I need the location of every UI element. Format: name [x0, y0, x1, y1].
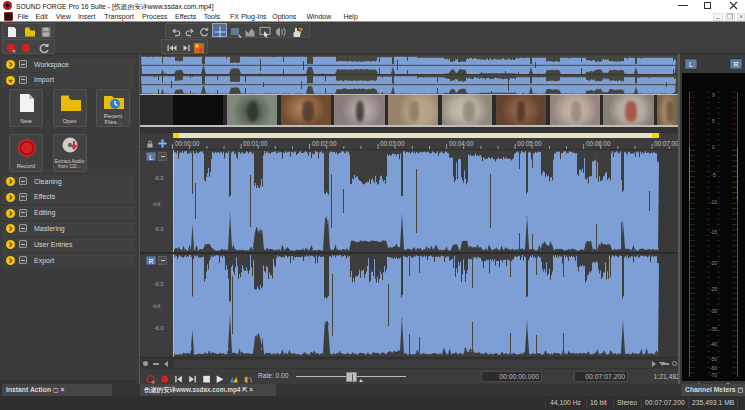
svg-text:00:07:00: 00:07:00: [654, 140, 679, 147]
svg-text:9: 9: [712, 92, 715, 98]
svg-text:-20: -20: [710, 260, 717, 266]
svg-text:-10: -10: [710, 199, 717, 205]
svg-text:?: ?: [298, 26, 303, 35]
svg-text:00:04:00: 00:04:00: [449, 140, 474, 147]
svg-text:5: 5: [712, 118, 715, 124]
svg-text:00:06:00: 00:06:00: [586, 140, 611, 147]
svg-text:00:02:00: 00:02:00: [312, 140, 337, 147]
svg-text:-15: -15: [710, 229, 717, 235]
svg-text:-5: -5: [711, 172, 716, 178]
svg-text:-40: -40: [710, 341, 717, 347]
svg-text:00:03:00: 00:03:00: [380, 140, 405, 147]
svg-text:-70: -70: [710, 372, 717, 378]
svg-text:-50: -50: [710, 356, 717, 362]
svg-text:00:00:00: 00:00:00: [175, 140, 200, 147]
svg-text:-25: -25: [710, 286, 717, 292]
svg-text:00:01:00: 00:01:00: [243, 140, 268, 147]
svg-text:-30: -30: [710, 308, 717, 314]
svg-text:00:05:00: 00:05:00: [517, 140, 542, 147]
svg-text:0: 0: [712, 144, 715, 150]
svg-text:-60: -60: [710, 365, 717, 371]
svg-text:-35: -35: [710, 326, 717, 332]
